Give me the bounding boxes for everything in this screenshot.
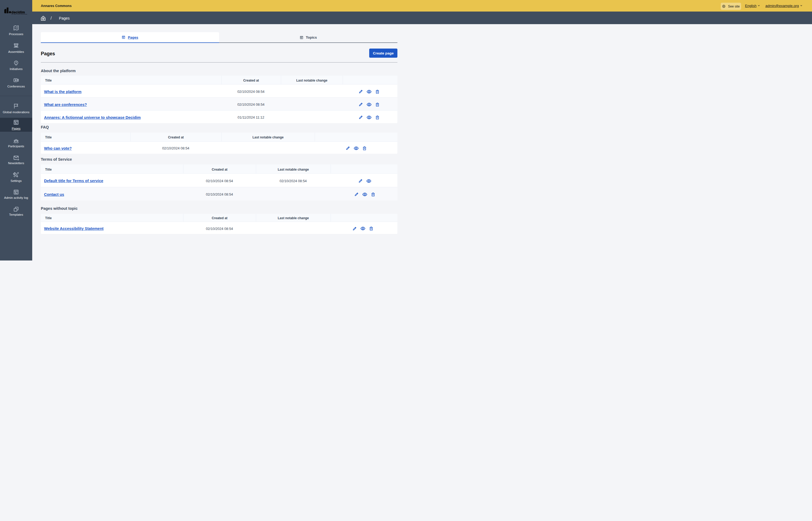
svg-text:free open-source democracy: free open-source democracy: [12, 14, 27, 15]
